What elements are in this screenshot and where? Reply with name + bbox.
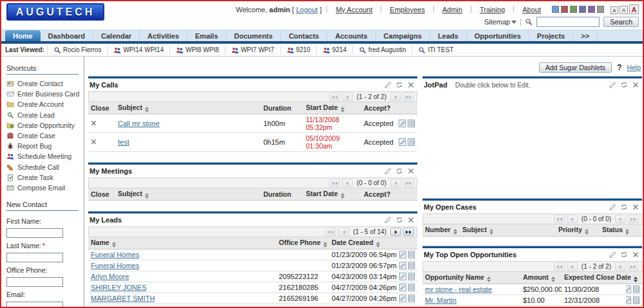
tab-home[interactable]: Home xyxy=(5,30,41,41)
lead-name-link[interactable]: Arlyn Moore xyxy=(91,273,129,280)
page-last-button[interactable] xyxy=(403,228,414,236)
logout-link[interactable]: Logout xyxy=(296,6,318,14)
column-header-status[interactable]: Status xyxy=(600,224,642,237)
about-link[interactable]: About xyxy=(522,6,541,14)
refresh-dashlet-icon[interactable] xyxy=(395,216,403,224)
refresh-dashlet-icon[interactable] xyxy=(620,251,628,258)
shortcut-schedule-meeting[interactable]: Schedule Meeting xyxy=(1,151,84,161)
tab-dashboard[interactable]: Dashboard xyxy=(41,30,93,41)
theme-swatch-green[interactable] xyxy=(570,6,577,13)
close-dashlet-icon[interactable] xyxy=(632,81,639,89)
training-link[interactable]: Training xyxy=(480,6,505,14)
inline-edit-icon[interactable] xyxy=(626,296,631,304)
font-size-small-button[interactable]: A xyxy=(611,6,618,14)
last-viewed-item[interactable]: Rocio Fierros xyxy=(47,46,107,55)
column-header-date-created[interactable]: Date Created xyxy=(329,237,397,249)
shortcut-create-case[interactable]: Create Case xyxy=(1,131,84,141)
tab-calendar[interactable]: Calendar xyxy=(93,30,140,41)
close-dashlet-icon[interactable] xyxy=(632,251,639,258)
refresh-dashlet-icon[interactable] xyxy=(395,167,403,175)
close-call-icon[interactable] xyxy=(91,139,97,145)
tab-projects[interactable]: Projects xyxy=(529,30,573,41)
search-button[interactable]: Search xyxy=(603,17,639,27)
tab-more[interactable]: >> xyxy=(573,30,598,41)
refresh-dashlet-icon[interactable] xyxy=(395,81,403,89)
shortcut-enter-business-card[interactable]: Enter Business Card xyxy=(1,89,84,99)
last-name-field[interactable] xyxy=(6,253,63,262)
last-viewed-item[interactable]: WPI8 WPI8 xyxy=(169,46,225,55)
column-header-amount[interactable]: Amount xyxy=(520,272,562,284)
tab-emails[interactable]: Emails xyxy=(187,30,226,41)
preview-icon[interactable] xyxy=(633,285,639,293)
tab-campaigns[interactable]: Campaigns xyxy=(376,30,430,41)
refresh-dashlet-icon[interactable] xyxy=(620,203,628,211)
shortcut-report-bug[interactable]: Report Bug xyxy=(1,141,84,151)
tab-activities[interactable]: Activities xyxy=(140,30,187,41)
lead-name-link[interactable]: SHIRLEY JONES xyxy=(91,284,147,291)
inline-edit-icon[interactable] xyxy=(399,138,406,146)
last-viewed-item[interactable]: 9210 xyxy=(280,46,316,55)
add-sugar-dashlets-button[interactable]: Add Sugar Dashlets xyxy=(539,62,612,73)
inline-edit-icon[interactable] xyxy=(399,120,406,127)
column-header-expected-close-date[interactable]: Expected Close Date xyxy=(562,272,626,284)
theme-swatch-purple[interactable] xyxy=(588,6,595,13)
column-header-opportunity-name[interactable]: Opportunity Name xyxy=(422,272,520,284)
close-call-icon[interactable] xyxy=(91,120,97,126)
shortcut-create-account[interactable]: Create Account xyxy=(1,99,84,109)
preview-icon[interactable] xyxy=(408,262,415,269)
inline-edit-icon[interactable] xyxy=(626,285,631,293)
column-header-name[interactable]: Name xyxy=(88,237,276,249)
column-header-subject[interactable]: Subject xyxy=(460,224,556,237)
edit-dashlet-icon[interactable] xyxy=(384,167,392,175)
theme-swatch-gray[interactable] xyxy=(597,6,604,13)
preview-icon[interactable] xyxy=(408,120,415,127)
inline-edit-icon[interactable] xyxy=(399,294,406,302)
call-subject-link[interactable]: test xyxy=(118,138,129,146)
column-header-subject[interactable]: Subject xyxy=(115,102,261,114)
employees-link[interactable]: Employees xyxy=(390,6,424,14)
sitemap-dropdown[interactable]: Sitemap xyxy=(484,18,516,26)
close-dashlet-icon[interactable] xyxy=(632,203,639,211)
shortcut-schedule-call[interactable]: Schedule Call xyxy=(1,162,84,172)
search-input[interactable] xyxy=(536,17,600,27)
theme-swatch-blue[interactable] xyxy=(552,6,559,13)
last-viewed-item[interactable]: fred Augustin xyxy=(352,46,412,55)
preview-icon[interactable] xyxy=(408,138,415,146)
my-account-link[interactable]: My Account xyxy=(336,6,372,14)
shortcut-create-task[interactable]: Create Task xyxy=(1,172,84,183)
inline-edit-icon[interactable] xyxy=(399,284,406,291)
theme-swatch-slate[interactable] xyxy=(579,6,586,13)
preview-icon[interactable] xyxy=(408,284,415,291)
lead-name-link[interactable]: MARGARET SMITH xyxy=(91,294,155,302)
preview-icon[interactable] xyxy=(408,251,415,258)
last-viewed-item[interactable]: WPI14 WPI14 xyxy=(107,46,169,55)
last-viewed-item[interactable]: ITI TEST xyxy=(412,46,459,55)
preview-icon[interactable] xyxy=(408,273,415,280)
column-header-number[interactable]: Number xyxy=(422,224,460,237)
office-phone-field[interactable] xyxy=(6,277,63,287)
close-dashlet-icon[interactable] xyxy=(407,216,415,224)
edit-dashlet-icon[interactable] xyxy=(609,203,616,211)
font-size-medium-button[interactable]: A xyxy=(620,6,628,14)
tab-documents[interactable]: Documents xyxy=(227,30,281,41)
last-viewed-item[interactable]: 9214 xyxy=(316,46,352,55)
help-link[interactable]: Help xyxy=(627,64,641,71)
lead-name-link[interactable]: Funeral Homes xyxy=(91,262,139,269)
font-size-large-button[interactable]: A xyxy=(629,5,639,14)
inline-edit-icon[interactable] xyxy=(399,273,406,280)
edit-dashlet-icon[interactable] xyxy=(384,81,392,89)
preview-icon[interactable] xyxy=(408,294,415,302)
shortcut-create-opportunity[interactable]: Create Opportunity xyxy=(1,120,84,131)
opportunity-name-link[interactable]: Mr. Martin xyxy=(425,296,457,304)
refresh-dashlet-icon[interactable] xyxy=(620,81,628,89)
tab-opportunities[interactable]: Opportunities xyxy=(467,30,529,41)
theme-swatch-red[interactable] xyxy=(561,6,568,13)
column-header-priority[interactable]: Priority xyxy=(556,224,600,237)
inline-edit-icon[interactable] xyxy=(399,251,406,258)
close-dashlet-icon[interactable] xyxy=(407,167,415,175)
column-header-start-date[interactable]: Start Date xyxy=(303,188,361,201)
search-icon[interactable] xyxy=(525,18,533,26)
first-name-field[interactable] xyxy=(6,228,63,238)
column-header-subject[interactable]: Subject xyxy=(115,188,261,201)
edit-dashlet-icon[interactable] xyxy=(609,251,616,258)
